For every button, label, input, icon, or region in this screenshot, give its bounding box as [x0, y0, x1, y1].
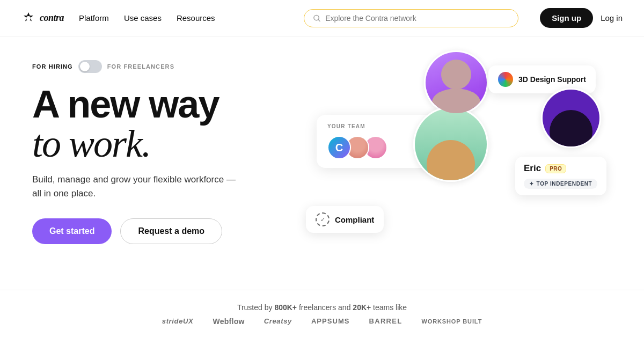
hero-title-line1: A new way	[32, 83, 218, 126]
hero-title-line2: to work.	[32, 122, 150, 165]
nav-links: Platform Use cases Resources	[79, 13, 215, 23]
hero-right: 3D Design Support YOUR TEAM C ✓	[301, 56, 612, 290]
brand-strideux: strideUX	[162, 317, 194, 325]
svg-point-0	[26, 16, 31, 20]
brand-workshop: WORKSHOP BUILT	[421, 318, 482, 325]
svg-line-2	[318, 19, 320, 21]
search-input[interactable]	[325, 14, 509, 23]
logo-text: contra	[40, 12, 64, 24]
search-icon	[313, 14, 321, 23]
hero-subtitle: Build, manage and grow your flexible wor…	[32, 173, 236, 201]
nav-resources[interactable]: Resources	[177, 13, 215, 23]
card-compliant: ✓ Compliant	[306, 206, 384, 233]
toggle-left-label: FOR HIRING	[32, 63, 73, 70]
compliant-icon: ✓	[316, 212, 330, 226]
man-photo	[413, 107, 488, 182]
logo-icon	[21, 11, 35, 25]
teams-count: 20K+	[353, 303, 371, 312]
eric-name: Eric	[524, 163, 541, 174]
compliant-text: Compliant	[335, 215, 374, 224]
compass-icon: ✦	[529, 181, 534, 187]
toggle-switch[interactable]	[78, 60, 102, 73]
request-demo-button[interactable]: Request a demo	[120, 218, 222, 244]
top-independent-badge: ✦ TOP INDEPENDENT	[524, 179, 597, 189]
hero-left: FOR HIRING FOR FREELANCERS A new way to …	[32, 56, 301, 290]
trusted-bar: Trusted by 800K+ freelancers and 20K+ te…	[0, 290, 644, 338]
hero-buttons: Get started Request a demo	[32, 218, 301, 244]
search-bar[interactable]	[304, 9, 518, 27]
brand-creatsy: Creatsy	[264, 317, 292, 325]
navbar: contra Platform Use cases Resources Sign…	[0, 0, 644, 36]
brand-barrel: BARREL	[369, 317, 402, 325]
card-eric: Eric PRO ✦ TOP INDEPENDENT	[515, 157, 606, 195]
avatar-c: C	[327, 136, 351, 159]
brand-appsums: APPSUMS	[311, 317, 350, 325]
signup-button[interactable]: Sign up	[540, 8, 593, 28]
nav-actions: Sign up Log in	[540, 8, 623, 28]
eric-name-row: Eric PRO	[524, 163, 598, 174]
card-3d-text: 3D Design Support	[518, 75, 586, 84]
login-button[interactable]: Log in	[601, 13, 623, 23]
3d-icon	[498, 72, 513, 87]
woman-photo	[424, 50, 488, 115]
nav-platform[interactable]: Platform	[79, 13, 109, 23]
nav-use-cases[interactable]: Use cases	[124, 13, 162, 23]
hero-title: A new way to work.	[32, 85, 301, 164]
logo[interactable]: contra	[21, 11, 64, 25]
toggle-right-label: FOR FREELANCERS	[107, 63, 174, 70]
brand-webflow: Webflow	[213, 317, 244, 326]
pro-badge: PRO	[545, 164, 566, 173]
freelancers-count: 800K+	[274, 303, 297, 312]
get-started-button[interactable]: Get started	[32, 218, 112, 244]
hero-section: FOR HIRING FOR FREELANCERS A new way to …	[0, 36, 644, 290]
toggle-row: FOR HIRING FOR FREELANCERS	[32, 60, 301, 73]
trusted-text: Trusted by 800K+ freelancers and 20K+ te…	[237, 303, 407, 312]
eric-photo	[541, 88, 601, 148]
trusted-logos: strideUX Webflow Creatsy APPSUMS BARREL …	[162, 317, 482, 326]
